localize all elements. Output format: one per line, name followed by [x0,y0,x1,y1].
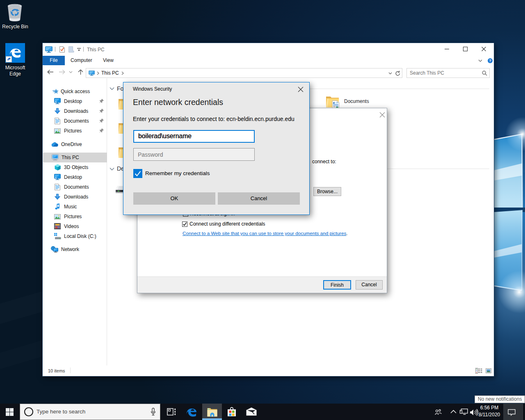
svg-text:?: ? [489,59,491,63]
svg-text:A: A [333,101,335,104]
